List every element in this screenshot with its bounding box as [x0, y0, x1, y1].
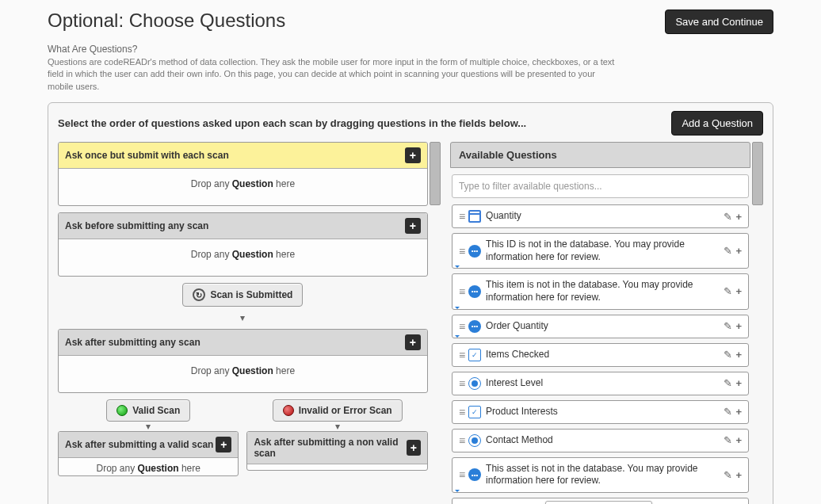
filter-input[interactable]	[452, 174, 749, 198]
left-scroll-handle[interactable]	[430, 142, 441, 205]
question-item[interactable]: ≡•••This ID is not in the database. You …	[452, 233, 749, 269]
zone-before-title: Ask before submitting any scan	[65, 220, 208, 231]
add-icon[interactable]: +	[735, 406, 742, 418]
question-item[interactable]: ≡Quantity✎+	[452, 204, 749, 228]
panel-top: Select the order of questions asked upon…	[58, 111, 763, 136]
radio-icon	[468, 377, 481, 390]
edit-icon[interactable]: ✎	[724, 434, 732, 446]
add-icon[interactable]: +	[735, 320, 742, 332]
note-icon	[468, 210, 481, 223]
page-title: Optional: Choose Questions	[48, 10, 285, 32]
drop-hint-prefix: Drop any	[191, 249, 232, 260]
save-continue-button[interactable]: Save and Continue	[665, 10, 773, 34]
add-question-button[interactable]: Add a Question	[671, 111, 763, 136]
pill-invalid: Invalid or Error Scan	[273, 399, 403, 422]
zone-after-valid-body[interactable]: Drop any Question here	[59, 458, 238, 475]
question-item[interactable]: ≡•••This item is not in the database. Yo…	[452, 273, 749, 309]
question-actions: ✎+	[724, 211, 742, 223]
zone-after-valid-head: Ask after submitting a valid scan +	[59, 432, 238, 458]
zone-before-body[interactable]: Drop any Question here	[59, 239, 427, 276]
zone-after-title: Ask after submitting any scan	[65, 337, 200, 348]
question-actions: ✎+	[724, 349, 742, 361]
drag-grip-icon[interactable]: ≡	[459, 210, 464, 223]
question-actions: ✎+	[724, 245, 742, 257]
zone-after-invalid-title: Ask after submitting a non valid scan	[254, 437, 406, 459]
drag-grip-icon[interactable]: ≡	[459, 468, 464, 481]
question-label: Product Interests	[486, 406, 724, 418]
milestone-invalid: Invalid or Error Scan	[246, 399, 427, 422]
question-actions: ✎+	[724, 320, 742, 332]
drop-hint-word: Question	[232, 249, 273, 260]
edit-icon[interactable]: ✎	[724, 469, 732, 481]
zone-before[interactable]: Ask before submitting any scan + Drop an…	[58, 212, 428, 277]
add-icon[interactable]: +	[735, 285, 742, 297]
red-dot-icon	[283, 405, 294, 416]
radio-icon	[468, 434, 481, 447]
zone-after[interactable]: Ask after submitting any scan + Drop any…	[58, 329, 428, 393]
question-label: This ID is not in the database. You may …	[486, 239, 724, 263]
edit-icon[interactable]: ✎	[724, 245, 732, 257]
zone-before-add-icon[interactable]: +	[405, 218, 421, 234]
question-label: Interest Level	[486, 377, 724, 390]
edit-icon[interactable]: ✎	[724, 320, 732, 332]
green-dot-icon	[116, 405, 128, 416]
edit-icon[interactable]: ✎	[724, 349, 732, 361]
chat-icon: •••	[468, 320, 481, 333]
intro-text: Questions are codeREADr's method of data…	[48, 56, 618, 93]
drop-hint-word: Question	[232, 365, 273, 376]
question-actions: ✎+	[724, 469, 742, 481]
drag-grip-icon[interactable]: ≡	[459, 245, 464, 258]
question-label: This item is not in the database. You ma…	[486, 279, 724, 304]
refresh-icon: ↻	[193, 288, 205, 301]
drag-grip-icon[interactable]: ≡	[459, 285, 464, 298]
drop-hint-prefix: Drop any	[191, 365, 232, 376]
chat-icon: •••	[468, 285, 481, 298]
check-icon: ✓	[468, 406, 481, 418]
zone-after-valid[interactable]: Ask after submitting a valid scan + Drop…	[58, 431, 239, 476]
question-label: This asset is not in the database. You m…	[486, 463, 724, 487]
question-item[interactable]: ≡✓Items Checked✎+	[452, 343, 749, 367]
question-item[interactable]: ≡•••Order Quantity✎+	[452, 315, 749, 338]
question-label: Contact Method	[486, 434, 724, 447]
add-icon[interactable]: +	[735, 469, 742, 481]
drag-grip-icon[interactable]: ≡	[459, 377, 464, 390]
question-label: Order Quantity	[486, 320, 724, 333]
drag-grip-icon[interactable]: ≡	[459, 434, 464, 447]
zone-ask-once-head: Ask once but submit with each scan +	[59, 143, 427, 169]
zone-ask-once-body[interactable]: Drop any Question here	[59, 169, 427, 205]
zone-ask-once-add-icon[interactable]: +	[405, 147, 421, 163]
check-icon: ✓	[468, 349, 481, 361]
question-item[interactable]: ≡✓Product Interests✎+	[452, 400, 749, 424]
question-item[interactable]: ≡Interest Level✎+	[452, 372, 749, 395]
question-actions: ✎+	[724, 434, 742, 446]
zone-after-valid-add-icon[interactable]: +	[216, 437, 231, 452]
zone-after-invalid-add-icon[interactable]: +	[407, 440, 421, 456]
split-row: Valid Scan ▾ Ask after submitting a vali…	[58, 399, 428, 476]
pill-valid-label: Valid Scan	[132, 405, 180, 416]
add-icon[interactable]: +	[735, 211, 742, 223]
question-label: Items Checked	[486, 349, 724, 361]
zone-after-add-icon[interactable]: +	[405, 334, 421, 350]
chat-icon: •••	[468, 468, 481, 481]
add-icon[interactable]: +	[735, 245, 742, 257]
question-item[interactable]: ≡•••This asset is not in the database. Y…	[452, 457, 749, 493]
add-icon[interactable]: +	[735, 349, 742, 361]
right-scroll-handle[interactable]	[752, 142, 763, 205]
zone-after-body[interactable]: Drop any Question here	[59, 356, 427, 392]
left-column: Ask once but submit with each scan + Dro…	[58, 142, 441, 504]
drag-grip-icon[interactable]: ≡	[459, 406, 464, 418]
edit-icon[interactable]: ✎	[724, 406, 732, 418]
add-icon[interactable]: +	[735, 377, 742, 389]
drag-grip-icon[interactable]: ≡	[459, 349, 464, 361]
zone-ask-once[interactable]: Ask once but submit with each scan + Dro…	[58, 142, 428, 206]
question-actions: ✎+	[724, 377, 742, 389]
question-id-tooltip: Question ID 1107286	[545, 501, 652, 504]
pill-valid: Valid Scan	[106, 399, 190, 422]
edit-icon[interactable]: ✎	[724, 377, 732, 389]
question-item[interactable]: ≡Contact Method✎+	[452, 429, 749, 452]
edit-icon[interactable]: ✎	[724, 211, 732, 223]
zone-after-invalid[interactable]: Ask after submitting a non valid scan +	[246, 431, 427, 471]
drag-grip-icon[interactable]: ≡	[459, 320, 464, 333]
add-icon[interactable]: +	[735, 434, 742, 446]
edit-icon[interactable]: ✎	[724, 285, 732, 297]
